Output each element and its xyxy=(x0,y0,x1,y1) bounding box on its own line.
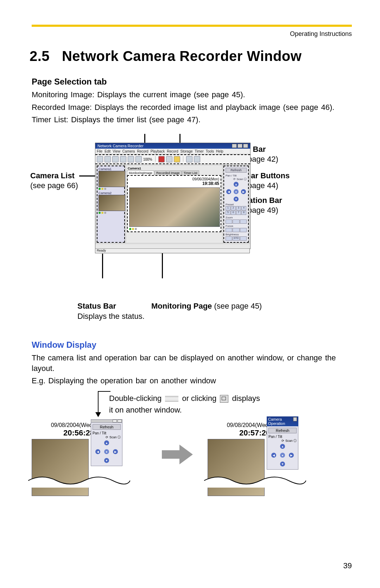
camera-item[interactable]: Camera1 xyxy=(99,167,123,190)
menu-item[interactable]: File xyxy=(97,149,102,153)
operation-bar-panel: Refresh Pan / Tilt ⟳ Scan ⓘ ▲ ▼ ◀ ▶ ● Pr… xyxy=(223,166,249,243)
drag-handle-icon xyxy=(165,396,178,402)
camera-item-label: Camera1 xyxy=(99,167,123,171)
running-header: Operating Instructions xyxy=(32,30,352,38)
camera-item[interactable]: Camera2 xyxy=(99,191,123,214)
pan-right-button[interactable]: ▶ xyxy=(289,453,294,458)
focus-button[interactable] xyxy=(233,228,239,232)
menu-item[interactable]: Playback xyxy=(151,149,165,153)
menu-item[interactable]: View xyxy=(113,149,120,153)
tilt-up-button[interactable]: ▲ xyxy=(280,444,285,449)
callout-status-bar-title: Status Bar xyxy=(77,302,116,310)
bottom-callouts: Status Bar Displays the status. Monitori… xyxy=(32,301,352,329)
dpad: ▲ ▼ ◀ ▶ ● xyxy=(95,440,118,463)
camera-thumbnail xyxy=(99,195,125,211)
toolbar: 100% xyxy=(95,154,250,164)
tilt-down-button[interactable]: ▼ xyxy=(234,197,239,202)
camera-list-panel: Camera1 Camera2 xyxy=(97,166,125,243)
callout-camera-list: Camera List (see page 66) xyxy=(30,171,78,190)
preset-button[interactable]: 4 xyxy=(241,206,246,210)
preset-button[interactable]: 8 xyxy=(241,211,246,215)
toolbar-button[interactable] xyxy=(194,156,200,162)
menu-bar: File Edit View Camera Record Playback Re… xyxy=(95,149,250,154)
pan-left-button[interactable]: ◀ xyxy=(226,189,231,194)
preset-button[interactable]: 6 xyxy=(231,211,236,215)
dpad: ▲ ▼ ◀ ▶ ● xyxy=(226,182,246,202)
tab-monitoring[interactable]: MonitoringImage xyxy=(127,171,154,175)
center-button[interactable]: ● xyxy=(104,449,109,454)
menu-item[interactable]: Tools xyxy=(206,149,214,153)
record-icon[interactable] xyxy=(158,156,165,162)
pan-right-button[interactable]: ▶ xyxy=(113,449,118,454)
zoom-button[interactable] xyxy=(240,219,247,224)
menu-item[interactable]: Camera xyxy=(122,149,135,153)
camera-thumbnail xyxy=(99,171,125,187)
note-part-c: displays xyxy=(230,394,260,403)
brightness-button[interactable] xyxy=(240,236,247,241)
toolbar-button[interactable] xyxy=(166,156,172,162)
window-display-p1: The camera list and operation bar can be… xyxy=(32,353,352,373)
close-icon[interactable] xyxy=(243,144,248,148)
page: Operating Instructions 2.5 Network Camer… xyxy=(0,0,380,588)
tab-recorded[interactable]: Recorded Image xyxy=(154,171,182,175)
tilt-down-button[interactable]: ▼ xyxy=(104,458,109,463)
menu-item[interactable]: Timer xyxy=(195,149,204,153)
subheading-window-display: Window Display xyxy=(32,340,352,350)
focus-button[interactable] xyxy=(240,228,247,232)
note-part-d: it on another window. xyxy=(109,406,182,414)
pan-left-button[interactable]: ◀ xyxy=(95,449,100,454)
focus-button[interactable] xyxy=(226,228,232,232)
torn-edge-icon xyxy=(204,474,306,488)
zoom-in-icon[interactable] xyxy=(128,156,134,162)
center-button[interactable]: ● xyxy=(234,189,239,194)
preset-button[interactable]: 3 xyxy=(236,206,241,210)
preset-button[interactable]: 1 xyxy=(226,206,230,210)
preset-button[interactable]: 2 xyxy=(231,206,236,210)
pan-right-button[interactable]: ▶ xyxy=(241,189,246,194)
menu-item[interactable]: Record xyxy=(167,149,178,153)
monitoring-title: Camera1 xyxy=(127,166,221,171)
monitoring-content: 09/06/2004(Mon) 19:38:45 xyxy=(127,175,221,232)
brightness-button[interactable] xyxy=(226,236,232,241)
callout-monitoring-ref: (see page 45) xyxy=(212,302,262,310)
minimize-icon[interactable] xyxy=(232,144,237,148)
toolbar-button[interactable] xyxy=(112,156,119,162)
refresh-button[interactable]: Refresh xyxy=(93,424,121,430)
preset-button[interactable]: 7 xyxy=(236,211,241,215)
close-icon[interactable] xyxy=(293,417,297,421)
callout-camera-list-ref: (see page 66) xyxy=(30,181,78,191)
menu-item[interactable]: Record xyxy=(137,149,148,153)
center-button[interactable]: ● xyxy=(280,453,285,458)
toolbar-button[interactable] xyxy=(120,156,126,162)
refresh-button[interactable]: Refresh xyxy=(268,428,297,433)
tilt-down-button[interactable]: ▼ xyxy=(280,462,285,466)
tilt-up-button[interactable]: ▲ xyxy=(104,440,109,445)
camera-item-label: Camera2 xyxy=(99,191,123,195)
tilt-up-button[interactable]: ▲ xyxy=(234,182,239,187)
zoom-button[interactable] xyxy=(226,219,232,224)
note-part-b: or clicking xyxy=(180,394,218,403)
detached-operation-window: Camera Operation Refresh Pan / Tilt ⟳ Sc… xyxy=(267,416,298,470)
std-button[interactable]: STD xyxy=(233,236,239,241)
zoom-out-icon[interactable] xyxy=(135,156,142,162)
status-dot-icon xyxy=(101,188,103,190)
pan-left-button[interactable]: ◀ xyxy=(271,453,276,458)
zoom-button[interactable] xyxy=(233,219,239,224)
tab-timer[interactable]: Timer List xyxy=(182,171,199,175)
toolbar-button[interactable] xyxy=(104,156,111,162)
toolbar-button[interactable] xyxy=(186,156,192,162)
close-icon[interactable] xyxy=(118,420,122,422)
popout-icon[interactable] xyxy=(113,420,117,422)
refresh-button[interactable]: Refresh xyxy=(226,168,247,173)
preset-label: Preset xyxy=(226,203,247,206)
menu-item[interactable]: Storage xyxy=(180,149,193,153)
leader-line xyxy=(98,391,99,414)
preset-button[interactable]: 5 xyxy=(226,211,230,215)
maximize-icon[interactable] xyxy=(238,144,242,148)
toolbar-button[interactable] xyxy=(97,156,103,162)
menu-item[interactable]: Help xyxy=(216,149,223,153)
menu-item[interactable]: Edit xyxy=(104,149,110,153)
toolbar-button[interactable] xyxy=(174,156,180,162)
leader-line xyxy=(79,175,95,177)
note-block: Double-clicking or clicking displays it … xyxy=(32,392,352,416)
